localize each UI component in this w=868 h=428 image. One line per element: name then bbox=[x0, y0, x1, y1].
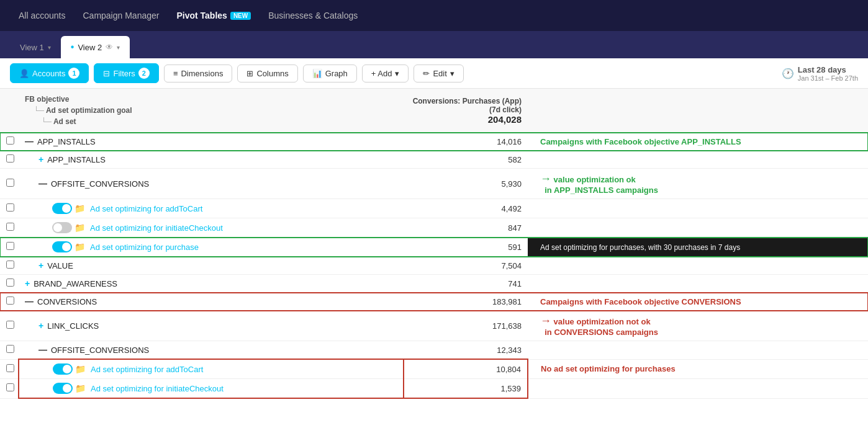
row-label-text: VALUE bbox=[47, 261, 73, 270]
row-label: +VALUE bbox=[19, 257, 404, 275]
add-button[interactable]: + Add ▾ bbox=[362, 65, 409, 82]
row-label-text: APP_INSTALLS bbox=[37, 137, 96, 146]
annotation-text: → value optimization not ok in CONVERSIO… bbox=[540, 317, 658, 337]
toggle-switch[interactable] bbox=[52, 241, 72, 252]
row-checkbox[interactable] bbox=[6, 383, 14, 391]
row-annotation bbox=[528, 218, 868, 238]
row-checkbox[interactable] bbox=[6, 136, 14, 145]
annotation-text: Campaigns with Facebook objective APP_IN… bbox=[540, 137, 741, 146]
folder-icon: 📁 bbox=[75, 242, 85, 252]
tab-view2[interactable]: • View 2 👁 ▾ bbox=[61, 36, 130, 58]
table-row: 📁Ad set optimizing for initiateCheckout8… bbox=[0, 218, 868, 238]
filters-button[interactable]: ⊟ Filters 2 bbox=[94, 63, 158, 83]
toggle-switch[interactable] bbox=[53, 383, 73, 394]
chevron-down-icon: ▾ bbox=[48, 44, 51, 51]
row-checkbox[interactable] bbox=[6, 203, 14, 212]
table-row: —OFFSITE_CONVERSIONS12,343 bbox=[0, 341, 868, 360]
row-checkbox[interactable] bbox=[6, 321, 14, 329]
annotation-text: No ad set optimizing for purchases bbox=[541, 364, 676, 373]
row-checkbox[interactable] bbox=[6, 279, 14, 287]
row-checkbox[interactable] bbox=[6, 261, 14, 269]
table-row: 📁Ad set optimizing for purchase591Ad set… bbox=[0, 238, 868, 257]
row-value: 4,492 bbox=[404, 199, 528, 218]
table-row: 📁Ad set optimizing for addToCart10,804No… bbox=[0, 359, 868, 379]
dimensions-icon: ≡ bbox=[173, 69, 178, 78]
filters-badge: 2 bbox=[138, 68, 150, 79]
row-label: —OFFSITE_CONVERSIONS bbox=[19, 341, 404, 360]
row-label-text: Ad set optimizing for initiateCheckout bbox=[90, 223, 223, 233]
row-checkbox[interactable] bbox=[6, 223, 14, 231]
collapse-icon[interactable]: — bbox=[38, 345, 47, 355]
row-annotation: → value optimization not ok in CONVERSIO… bbox=[528, 311, 868, 341]
graph-icon: 📊 bbox=[312, 69, 322, 78]
row-label: +BRAND_AWARENESS bbox=[19, 275, 404, 293]
row-label: 📁Ad set optimizing for purchase bbox=[19, 238, 404, 257]
row-value: 12,343 bbox=[404, 341, 528, 360]
data-table: FB objective └─ Ad set optimization goal… bbox=[0, 89, 868, 399]
row-label: —APP_INSTALLS bbox=[19, 133, 404, 151]
table-row: +BRAND_AWARENESS741 bbox=[0, 275, 868, 293]
row-value: 591 bbox=[404, 238, 528, 257]
edit-button[interactable]: ✏ Edit ▾ bbox=[414, 65, 463, 82]
arrow-right-icon: → bbox=[540, 314, 551, 327]
edit-icon: ✏ bbox=[423, 69, 430, 78]
row-label-text: BRAND_AWARENESS bbox=[34, 279, 117, 288]
row-checkbox[interactable] bbox=[6, 345, 14, 353]
accounts-button[interactable]: 👤 Accounts 1 bbox=[10, 63, 89, 83]
row-value: 741 bbox=[404, 275, 528, 293]
toggle-switch[interactable] bbox=[52, 203, 72, 214]
toggle-switch[interactable] bbox=[52, 222, 72, 233]
table-row: +VALUE7,504 bbox=[0, 257, 868, 275]
row-checkbox[interactable] bbox=[6, 154, 14, 163]
row-annotation bbox=[528, 275, 868, 293]
row-value: 171,638 bbox=[404, 311, 528, 341]
graph-button[interactable]: 📊 Graph bbox=[303, 65, 357, 82]
collapse-icon[interactable]: — bbox=[25, 136, 34, 146]
row-label-text: OFFSITE_CONVERSIONS bbox=[51, 179, 149, 189]
row-label: 📁Ad set optimizing for initiateCheckout bbox=[19, 379, 404, 399]
nav-pivot-tables[interactable]: Pivot Tables NEW bbox=[168, 0, 260, 31]
row-checkbox[interactable] bbox=[6, 179, 14, 187]
row-label-text: Ad set optimizing for initiateCheckout bbox=[91, 384, 224, 393]
row-annotation bbox=[528, 199, 868, 218]
expand-icon[interactable]: + bbox=[38, 154, 43, 164]
row-value: 847 bbox=[404, 218, 528, 238]
toggle-switch[interactable] bbox=[53, 363, 73, 375]
row-value: 10,804 bbox=[404, 359, 528, 379]
row-checkbox[interactable] bbox=[6, 296, 14, 305]
row-value: 7,504 bbox=[404, 257, 528, 275]
nav-businesses-catalogs[interactable]: Businesses & Catalogs bbox=[260, 0, 366, 31]
row-value: 582 bbox=[404, 151, 528, 169]
table-row: +LINK_CLICKS171,638→ value optimization … bbox=[0, 311, 868, 341]
conversions-header: Conversions: Purchases (App) (7d click) … bbox=[404, 89, 528, 133]
table-row: —OFFSITE_CONVERSIONS5,930→ value optimiz… bbox=[0, 169, 868, 199]
row-label: —OFFSITE_CONVERSIONS bbox=[19, 169, 404, 199]
expand-icon[interactable]: + bbox=[25, 279, 30, 288]
arrow-right-icon: → bbox=[540, 172, 551, 185]
columns-icon: ⊞ bbox=[246, 69, 253, 78]
expand-icon[interactable]: + bbox=[38, 261, 43, 270]
annotation-text: → value optimization ok in APP_INSTALLS … bbox=[540, 175, 658, 195]
nav-all-accounts[interactable]: All accounts bbox=[10, 0, 74, 31]
row-annotation: No ad set optimizing for purchases bbox=[528, 359, 868, 379]
row-label: +APP_INSTALLS bbox=[19, 151, 404, 169]
tab-view1[interactable]: View 1 ▾ bbox=[10, 36, 61, 58]
eye-icon: 👁 bbox=[106, 43, 113, 51]
annotation-header bbox=[528, 89, 868, 133]
expand-icon[interactable]: + bbox=[38, 321, 43, 331]
table-row: 📁Ad set optimizing for addToCart4,492 bbox=[0, 199, 868, 218]
collapse-icon[interactable]: — bbox=[38, 179, 47, 189]
collapse-icon[interactable]: — bbox=[25, 296, 34, 306]
row-checkbox[interactable] bbox=[6, 364, 14, 372]
date-range: 🕐 Last 28 days Jan 31st – Feb 27th bbox=[782, 65, 858, 82]
row-checkbox[interactable] bbox=[6, 242, 14, 250]
top-nav: All accounts Campaign Manager Pivot Tabl… bbox=[0, 0, 868, 31]
annotation-text: Campaigns with Facebook objective CONVER… bbox=[540, 297, 741, 306]
row-annotation: Campaigns with Facebook objective APP_IN… bbox=[528, 133, 868, 151]
dimensions-button[interactable]: ≡ Dimensions bbox=[164, 65, 233, 82]
nav-campaign-manager[interactable]: Campaign Manager bbox=[74, 0, 168, 31]
table-row: —CONVERSIONS183,981Campaigns with Facebo… bbox=[0, 293, 868, 311]
columns-button[interactable]: ⊞ Columns bbox=[237, 65, 297, 82]
filters-icon: ⊟ bbox=[103, 69, 110, 78]
row-label-text: Ad set optimizing for addToCart bbox=[90, 204, 202, 213]
